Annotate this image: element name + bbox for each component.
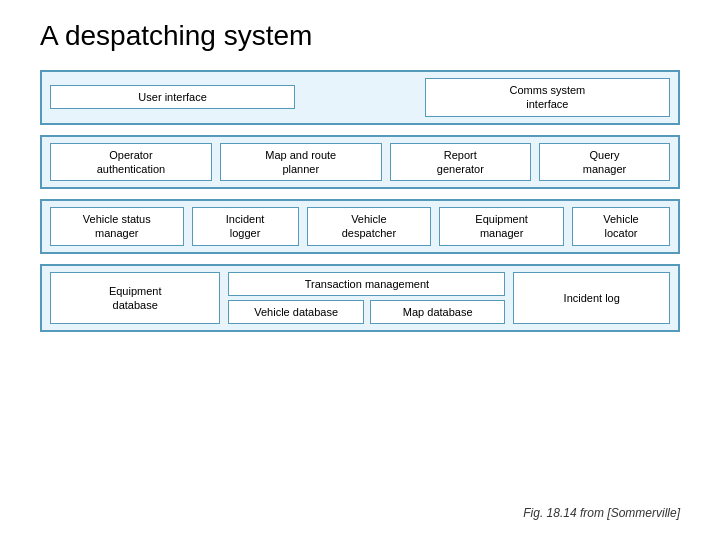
equipment-db-comp: Equipment database (50, 272, 220, 325)
vehicle-locator-comp: Vehicle locator (572, 207, 670, 246)
transaction-mgmt-comp: Transaction management (228, 272, 505, 296)
layer-row4: Equipment database Transaction managemen… (40, 264, 680, 333)
map-route-comp: Map and route planner (220, 143, 382, 182)
query-manager-comp: Query manager (539, 143, 670, 182)
map-db-comp: Map database (370, 300, 506, 324)
user-interface-comp: User interface (50, 85, 295, 109)
vehicle-db-comp: Vehicle database (228, 300, 364, 324)
layer-row3: Vehicle status manager Incident logger V… (40, 199, 680, 254)
layer-row2: Operator authentication Map and route pl… (40, 135, 680, 190)
figure-caption: Fig. 18.14 from [Sommerville] (40, 506, 680, 520)
comms-system-comp: Comms system interface (425, 78, 670, 117)
incident-log-comp: Incident log (513, 272, 670, 325)
report-gen-comp: Report generator (390, 143, 531, 182)
vehicle-despatcher-comp: Vehicle despatcher (307, 207, 432, 246)
layer-row1: User interface Comms system interface (40, 70, 680, 125)
vehicle-status-comp: Vehicle status manager (50, 207, 184, 246)
operator-auth-comp: Operator authentication (50, 143, 212, 182)
diagram: User interface Comms system interface Op… (40, 70, 680, 500)
equipment-manager-comp: Equipment manager (439, 207, 564, 246)
page-title: A despatching system (40, 20, 680, 52)
page: A despatching system User interface Comm… (0, 0, 720, 540)
incident-logger-comp: Incident logger (192, 207, 299, 246)
